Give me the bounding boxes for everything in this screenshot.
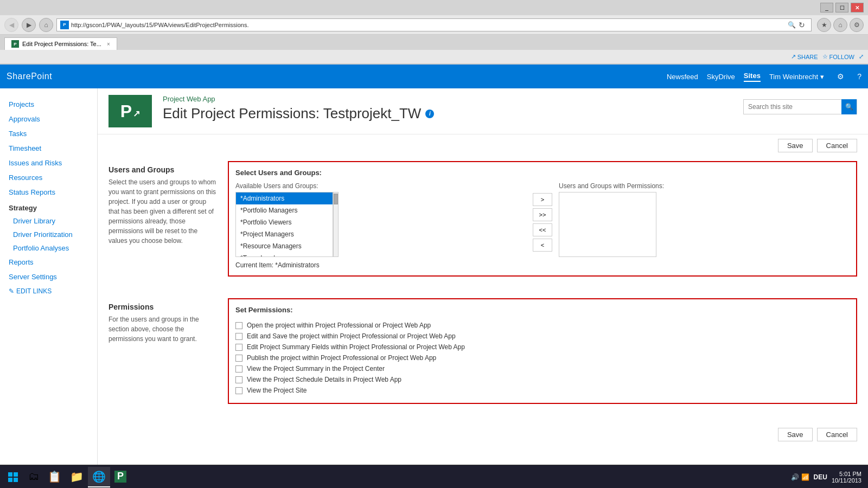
remove-all-button[interactable]: << bbox=[533, 223, 552, 236]
close-button[interactable]: ✕ bbox=[851, 3, 864, 12]
share-button[interactable]: ↗ SHARE bbox=[791, 53, 818, 60]
follow-button[interactable]: ☆ FOLLOW bbox=[822, 53, 854, 60]
perm-label-4: View the Project Summary in the Project … bbox=[247, 365, 385, 373]
search-input[interactable] bbox=[744, 103, 841, 111]
sidebar-edit-links[interactable]: ✎ EDIT LINKS bbox=[0, 284, 97, 298]
settings-nav-button[interactable]: ⚙ bbox=[850, 18, 864, 32]
nav-skydrive[interactable]: SkyDrive bbox=[707, 73, 735, 81]
perm-checkbox-2[interactable] bbox=[235, 344, 242, 351]
address-bar[interactable]: P http://gscon1/PWA/_layouts/15/PWA/view… bbox=[56, 18, 812, 31]
maximize-button[interactable]: ☐ bbox=[835, 3, 848, 12]
follow-label: FOLLOW bbox=[829, 54, 854, 60]
permissions-list: Open the project within Project Professi… bbox=[235, 319, 850, 396]
perm-item-2: Edit Project Summary Fields within Proje… bbox=[235, 343, 850, 351]
permissions-list-label: Users and Groups with Permissions: bbox=[559, 182, 850, 190]
save-button-bottom[interactable]: Save bbox=[778, 428, 813, 441]
sidebar-item-driver-prioritization[interactable]: Driver Prioritization bbox=[0, 228, 97, 241]
sidebar-category-strategy[interactable]: Strategy bbox=[0, 200, 97, 214]
page-title-section: Project Web App Edit Project Permissions… bbox=[163, 95, 743, 122]
perm-checkbox-3[interactable] bbox=[235, 355, 242, 362]
sharepoint-logo[interactable]: SharePoint bbox=[7, 72, 52, 81]
remove-one-button[interactable]: < bbox=[533, 239, 552, 252]
home-button[interactable]: ⌂ bbox=[39, 18, 53, 32]
permissions-users-list[interactable] bbox=[559, 192, 656, 257]
list-item-resource-managers[interactable]: *Resource Managers bbox=[236, 240, 333, 252]
start-button[interactable] bbox=[2, 467, 24, 487]
taskbar-app-files[interactable]: 📁 bbox=[66, 467, 88, 487]
users-groups-label: Users and Groups Select the users and gr… bbox=[108, 161, 217, 285]
sidebar-item-server-settings[interactable]: Server Settings bbox=[0, 269, 97, 284]
ug-transfer-buttons: > >> << < bbox=[533, 182, 552, 252]
perm-label-1: Edit and Save the project within Project… bbox=[247, 332, 456, 340]
permissions-content: Set Permissions: Open the project within… bbox=[228, 298, 857, 413]
back-button[interactable]: ◀ bbox=[4, 18, 18, 32]
browser-titlebar: _ ☐ ✕ bbox=[0, 0, 868, 15]
sidebar-item-issues[interactable]: Issues and Risks bbox=[0, 156, 97, 170]
taskbar-app-ie[interactable]: 🌐 bbox=[88, 467, 110, 487]
svg-rect-1 bbox=[14, 472, 18, 477]
sidebar-item-portfolio-analyses[interactable]: Portfolio Analyses bbox=[0, 241, 97, 255]
perm-checkbox-5[interactable] bbox=[235, 376, 242, 383]
windows-logo-icon bbox=[8, 472, 18, 483]
refresh-button[interactable]: ↻ bbox=[796, 19, 808, 31]
tab-close-button[interactable]: × bbox=[107, 41, 110, 47]
perm-checkbox-4[interactable] bbox=[235, 365, 242, 373]
list-item-portfolio-viewers[interactable]: *Portfolio Viewers bbox=[236, 216, 333, 228]
taskbar: 🗂 📋 📁 🌐 P 🔊 📶 DEU 5:01 PM 10/11/2013 bbox=[0, 465, 868, 488]
info-icon[interactable]: i bbox=[425, 110, 434, 118]
sidebar-item-approvals[interactable]: Approvals bbox=[0, 112, 97, 126]
list-item-portfolio-managers[interactable]: *Portfolio Managers bbox=[236, 204, 333, 216]
taskbar-app-project[interactable]: P bbox=[110, 467, 131, 487]
taskbar-app-explorer[interactable]: 🗂 bbox=[24, 467, 43, 487]
sidebar-item-reports[interactable]: Reports bbox=[0, 255, 97, 269]
perm-label-6: View the Project Site bbox=[247, 387, 307, 394]
cancel-button-bottom[interactable]: Cancel bbox=[817, 428, 857, 441]
forward-button[interactable]: ▶ bbox=[22, 18, 36, 32]
perm-checkbox-6[interactable] bbox=[235, 387, 242, 394]
share-icon: ↗ bbox=[791, 53, 796, 60]
action-buttons-bottom: Save Cancel bbox=[98, 421, 868, 448]
browser-tab[interactable]: P Edit Project Permissions: Te... × bbox=[4, 37, 117, 50]
content-area: Projects Approvals Tasks Timesheet Issue… bbox=[0, 88, 868, 465]
files-icon: 📁 bbox=[70, 470, 84, 483]
help-icon[interactable]: ? bbox=[857, 72, 861, 81]
nav-sites[interactable]: Sites bbox=[744, 72, 761, 82]
settings-icon[interactable]: ⚙ bbox=[837, 72, 844, 81]
add-one-button[interactable]: > bbox=[533, 193, 552, 206]
star-icon: ☆ bbox=[822, 53, 828, 60]
taskmanager-icon: 📋 bbox=[48, 470, 61, 483]
list-item-administrators[interactable]: *Administrators bbox=[236, 192, 333, 204]
perm-checkbox-1[interactable] bbox=[235, 333, 242, 340]
permissions-title: Permissions bbox=[108, 303, 217, 311]
window-controls: _ ☐ ✕ bbox=[820, 3, 864, 12]
available-list[interactable]: *Administrators *Portfolio Managers *Por… bbox=[235, 192, 333, 257]
taskbar-tray: 🔊 📶 DEU 5:01 PM 10/11/2013 bbox=[787, 471, 866, 484]
user-menu[interactable]: Tim Weinbrecht ▾ bbox=[769, 73, 824, 81]
add-all-button[interactable]: >> bbox=[533, 208, 552, 221]
taskbar-app-taskmanager[interactable]: 📋 bbox=[43, 467, 66, 487]
svg-rect-2 bbox=[8, 478, 12, 482]
perm-checkbox-0[interactable] bbox=[235, 322, 242, 329]
sidebar-item-tasks[interactable]: Tasks bbox=[0, 126, 97, 141]
minimize-button[interactable]: _ bbox=[820, 3, 833, 12]
sidebar-item-projects[interactable]: Projects bbox=[0, 97, 97, 112]
list-scrollbar[interactable] bbox=[333, 192, 339, 257]
sidebar-item-resources[interactable]: Resources bbox=[0, 170, 97, 185]
nav-newsfeed[interactable]: Newsfeed bbox=[667, 73, 698, 81]
home-icon-button[interactable]: ⌂ bbox=[833, 18, 847, 32]
svg-rect-3 bbox=[14, 478, 18, 482]
save-button-top[interactable]: Save bbox=[778, 139, 813, 152]
sidebar-item-driver-library[interactable]: Driver Library bbox=[0, 214, 97, 228]
sidebar-item-timesheet[interactable]: Timesheet bbox=[0, 141, 97, 156]
current-item-text: Current Item: *Administrators bbox=[235, 261, 850, 269]
cancel-button-top[interactable]: Cancel bbox=[817, 139, 857, 152]
page-header: P ↗ Project Web App Edit Project Permiss… bbox=[98, 88, 868, 134]
search-button[interactable]: 🔍 bbox=[841, 99, 857, 114]
list-item-team-leads[interactable]: *Team Leads bbox=[236, 252, 333, 257]
tab-title: Edit Project Permissions: Te... bbox=[22, 41, 101, 47]
sidebar-item-status-reports[interactable]: Status Reports bbox=[0, 185, 97, 200]
list-item-project-managers[interactable]: *Project Managers bbox=[236, 228, 333, 240]
expand-button[interactable]: ⤢ bbox=[859, 53, 864, 60]
tray-language: DEU bbox=[814, 473, 827, 481]
favorites-button[interactable]: ★ bbox=[817, 18, 831, 32]
